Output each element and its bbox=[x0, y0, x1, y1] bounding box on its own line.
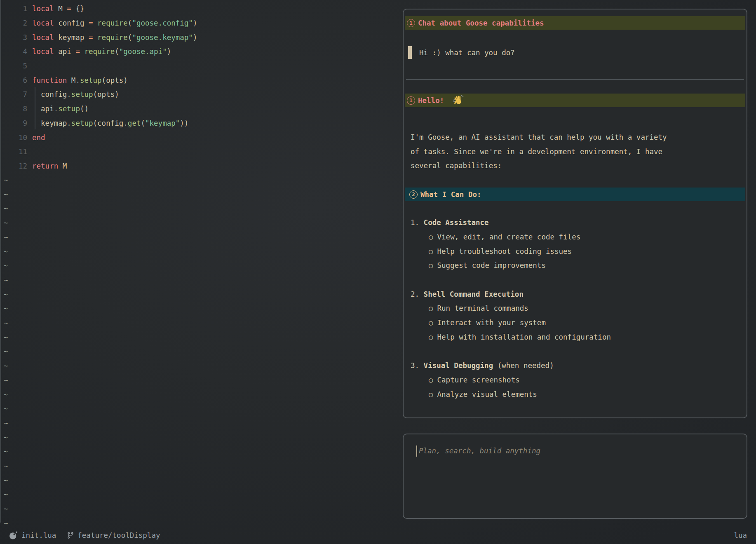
line-number: 1 bbox=[0, 5, 27, 13]
message-divider bbox=[406, 79, 744, 80]
line-number: 5 bbox=[0, 62, 27, 70]
capability-title: 1. Code Assistance bbox=[411, 216, 745, 230]
capability-bullet: ○Interact with your system bbox=[411, 316, 745, 330]
code-line: 9 keymap.setup(config.get("keymap")) bbox=[0, 116, 396, 131]
capability-title: 2. Shell Command Execution bbox=[411, 287, 745, 302]
code-line: 5 bbox=[0, 59, 396, 73]
line-number: 10 bbox=[0, 134, 27, 142]
code-line: 3local keymap = require("goose.keymap") bbox=[0, 30, 396, 45]
bullet-icon: ○ bbox=[429, 390, 433, 399]
capability-section: 3. Visual Debugging (when needed)○Captur… bbox=[411, 359, 745, 401]
capability-section: 1. Code Assistance○View, edit, and creat… bbox=[411, 216, 745, 273]
code-line: 4local api = require("goose.api") bbox=[0, 45, 396, 59]
goose-chat-panel[interactable]: 1 Chat about Goose capabilities Hi :) wh… bbox=[403, 9, 747, 418]
capability-title: 3. Visual Debugging (when needed) bbox=[411, 359, 745, 373]
indent-guide bbox=[35, 87, 35, 129]
line-number: 3 bbox=[0, 33, 27, 42]
code-line: 7 config.setup(opts) bbox=[0, 87, 396, 102]
capability-bullet: ○Suggest code improvements bbox=[411, 258, 745, 273]
line-number: 11 bbox=[0, 148, 27, 156]
code-editor[interactable]: 1local M = {}2local config = require("go… bbox=[0, 2, 396, 173]
circled-number-icon: 1 bbox=[407, 19, 415, 27]
code-line: 6function M.setup(opts) bbox=[0, 73, 396, 87]
chat-input-placeholder: Plan, search, build anything bbox=[419, 445, 540, 457]
section-header-title: What I Can Do: bbox=[420, 190, 481, 199]
user-message-text: Hi :) what can you do? bbox=[419, 49, 515, 57]
wave-emoji-icon bbox=[452, 94, 464, 107]
quote-bar bbox=[408, 46, 412, 59]
capability-bullet: ○Help with installation and configuratio… bbox=[411, 330, 745, 345]
capability-bullet: ○Analyze visual elements bbox=[411, 387, 745, 402]
bullet-icon: ○ bbox=[429, 376, 433, 384]
statusline-filename: init.lua bbox=[21, 531, 56, 539]
line-number: 12 bbox=[0, 162, 27, 170]
statusline-git-branch: feature/toolDisplay bbox=[77, 531, 160, 539]
statusline: init.lua feature/toolDisplay lua bbox=[0, 527, 756, 544]
code-line: 8 api.setup() bbox=[0, 102, 396, 116]
line-number: 6 bbox=[0, 76, 27, 84]
code-line: 11 bbox=[0, 145, 396, 159]
assistant-header: 1 Hello! bbox=[405, 94, 745, 107]
capability-bullet: ○Help troubleshoot coding issues bbox=[411, 244, 745, 259]
code-line: 12return M bbox=[0, 159, 396, 174]
statusline-filetype: lua bbox=[734, 531, 747, 539]
bullet-icon: ○ bbox=[429, 233, 433, 241]
capability-section: 2. Shell Command Execution○Run terminal … bbox=[411, 287, 745, 345]
prompt-header-title: Chat about Goose capabilities bbox=[418, 19, 544, 27]
code-lines: 1local M = {}2local config = require("go… bbox=[0, 2, 396, 173]
circled-number-icon: 2 bbox=[409, 190, 418, 199]
bullet-icon: ○ bbox=[429, 333, 433, 341]
capability-bullet: ○View, edit, and create code files bbox=[411, 230, 745, 244]
git-branch-icon bbox=[67, 532, 74, 539]
bullet-icon: ○ bbox=[429, 247, 433, 256]
user-message: Hi :) what can you do? bbox=[408, 45, 745, 60]
lua-logo-icon bbox=[9, 531, 18, 540]
code-line: 2local config = require("goose.config") bbox=[0, 16, 396, 30]
code-line: 1local M = {} bbox=[0, 2, 396, 16]
text-cursor bbox=[416, 446, 417, 457]
capability-bullet: ○Capture screenshots bbox=[411, 373, 745, 387]
bullet-icon: ○ bbox=[429, 304, 433, 312]
circled-number-icon: 1 bbox=[407, 96, 415, 105]
line-number: 7 bbox=[0, 90, 27, 98]
line-number: 8 bbox=[0, 105, 27, 113]
bullet-icon: ○ bbox=[429, 319, 433, 327]
nvim-screen: 1local M = {}2local config = require("go… bbox=[0, 0, 756, 544]
chat-input-panel[interactable]: Plan, search, build anything bbox=[403, 434, 747, 519]
code-line: 10end bbox=[0, 130, 396, 145]
empty-line-markers: ~ ~ ~ ~ ~ ~ ~ ~ ~ ~ ~ ~ ~ ~ ~ ~ ~ ~ ~ ~ … bbox=[4, 173, 8, 531]
line-number: 9 bbox=[0, 119, 27, 127]
line-number: 2 bbox=[0, 19, 27, 27]
capability-bullet: ○Run terminal commands bbox=[411, 301, 745, 316]
capabilities-list: 1. Code Assistance○View, edit, and creat… bbox=[411, 216, 745, 401]
section-header: 2 What I Can Do: bbox=[405, 188, 745, 201]
assistant-header-title: Hello! bbox=[418, 96, 444, 105]
bullet-icon: ○ bbox=[429, 261, 433, 270]
line-number: 4 bbox=[0, 47, 27, 56]
user-prompt-header: 1 Chat about Goose capabilities bbox=[405, 16, 745, 30]
assistant-intro-text: I'm Goose, an AI assistant that can help… bbox=[411, 130, 745, 173]
